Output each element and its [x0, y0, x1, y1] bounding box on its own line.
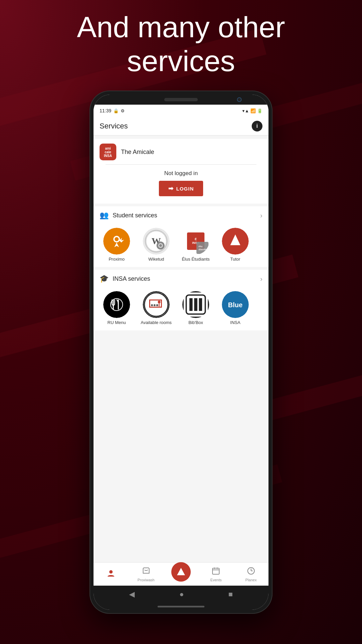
- amicale-logo: amicaleINSA: [100, 144, 116, 160]
- svg-point-2: [115, 237, 119, 241]
- nav-planex[interactable]: Planex: [234, 567, 268, 582]
- service-insa-blue[interactable]: Blue INSA: [216, 291, 255, 325]
- service-proximo[interactable]: Proximo: [97, 228, 136, 262]
- tutor-icon: [222, 228, 249, 255]
- planex-label: Planex: [245, 578, 257, 582]
- app-content: amicaleINSA The Amicale Not logged in ➡ …: [94, 136, 268, 562]
- amicale-header: amicaleINSA The Amicale: [100, 144, 262, 160]
- service-rooms[interactable]: Available rooms: [136, 291, 176, 325]
- events-icon: [212, 567, 220, 577]
- bibbox-label: Bib'Box: [188, 320, 203, 325]
- chevron-right-icon: ›: [260, 212, 262, 219]
- service-rumenu[interactable]: RU Menu: [97, 291, 136, 325]
- graduation-icon: 🎓: [100, 274, 109, 283]
- svg-rect-28: [213, 568, 219, 574]
- insa-header-left: 🎓 INSA services: [100, 274, 150, 283]
- svg-point-10: [107, 295, 126, 314]
- fab-button[interactable]: [171, 562, 191, 582]
- phone-home-bar: ◀ ● ■: [94, 586, 268, 603]
- status-time: 11:39: [100, 108, 111, 113]
- service-bibbox[interactable]: Bib'Box: [176, 291, 216, 325]
- phone-notch: [94, 95, 268, 105]
- phone-mockup: 11:39 🔒 ⚙ ▾▲ 📶 🔋 Services i a: [89, 91, 273, 614]
- elus-label: Élus Étudiants: [182, 257, 209, 262]
- status-bar: 11:39 🔒 ⚙ ▾▲ 📶 🔋: [94, 105, 268, 117]
- amicale-title: The Amicale: [121, 149, 154, 156]
- insa-blue-label: INSA: [230, 320, 240, 325]
- proxiwash-label: Proxiwash: [137, 578, 155, 582]
- students-icon: 👥: [100, 211, 109, 220]
- student-services-header[interactable]: 👥 Student services ›: [94, 206, 268, 224]
- wifi-icon: ▾▲: [242, 108, 249, 113]
- signal-icon: 📶: [250, 108, 256, 113]
- amicale-card: amicaleINSA The Amicale Not logged in ➡ …: [94, 139, 268, 204]
- svg-point-19: [154, 304, 156, 306]
- proxiwash-icon: [142, 567, 150, 577]
- recents-button[interactable]: ■: [228, 590, 233, 599]
- service-tutor[interactable]: Tutor: [216, 228, 255, 262]
- phone-speaker: [164, 98, 198, 101]
- rumenu-label: RU Menu: [108, 320, 126, 325]
- section-header-left: 👥 Student services: [100, 211, 157, 220]
- student-services-title: Student services: [113, 212, 157, 219]
- nav-fab-container: [164, 562, 198, 586]
- svg-rect-22: [189, 298, 192, 311]
- page-heading: And many other services: [0, 10, 362, 78]
- nav-events[interactable]: Events: [198, 567, 233, 582]
- app-bar: Services i: [94, 117, 268, 136]
- svg-point-18: [151, 304, 153, 306]
- student-services-row: Proximo W: [94, 224, 268, 267]
- insa-services-row: RU Menu: [94, 288, 268, 330]
- svg-point-14: [144, 293, 168, 316]
- insa-services-header[interactable]: 🎓 INSA services ›: [94, 270, 268, 288]
- login-icon: ➡: [168, 185, 174, 192]
- nav-proxiwash[interactable]: Proxiwash: [128, 567, 163, 582]
- insa-blue-icon: Blue: [222, 291, 249, 318]
- phone-bottom-indicator: [94, 603, 268, 610]
- wiketud-label: Wiketud: [148, 257, 164, 262]
- proximo-label: Proximo: [109, 257, 125, 262]
- svg-point-27: [109, 570, 113, 574]
- phone-camera: [237, 97, 242, 102]
- service-elus[interactable]: ÉINSA étudiants Élus Étudiants: [176, 228, 216, 262]
- svg-text:Blue: Blue: [228, 301, 242, 309]
- svg-point-20: [156, 304, 158, 306]
- battery-icon: 🔋: [257, 108, 262, 113]
- nav-account[interactable]: [94, 569, 128, 580]
- proximo-icon: [103, 228, 130, 255]
- bottom-navigation: Proxiwash Events: [94, 562, 268, 586]
- svg-rect-24: [199, 298, 202, 311]
- planex-icon: [247, 567, 255, 577]
- rooms-icon: [143, 291, 170, 318]
- account-icon: [107, 569, 115, 580]
- sim-icon: 🔒: [113, 108, 119, 113]
- rooms-label: Available rooms: [141, 320, 172, 325]
- insa-chevron-icon: ›: [260, 275, 262, 283]
- home-button[interactable]: ●: [179, 590, 184, 599]
- svg-rect-23: [194, 298, 197, 311]
- back-button[interactable]: ◀: [129, 590, 135, 599]
- login-status: Not logged in: [100, 170, 262, 177]
- events-label: Events: [210, 578, 222, 582]
- elus-icon: ÉINSA étudiants: [182, 228, 209, 255]
- app-title: Services: [100, 122, 128, 130]
- svg-point-8: [159, 244, 162, 247]
- info-button[interactable]: i: [252, 121, 262, 131]
- login-button[interactable]: ➡ LOGIN: [159, 181, 203, 196]
- tutor-label: Tutor: [230, 257, 240, 262]
- bottom-bar-line: [158, 606, 204, 607]
- bibbox-icon: [182, 291, 209, 318]
- insa-services-title: INSA services: [113, 275, 150, 282]
- service-wiketud[interactable]: W Wiketud: [136, 228, 176, 262]
- svg-point-16: [158, 301, 161, 303]
- rumenu-icon: [103, 291, 130, 318]
- privacy-icon: ⚙: [121, 108, 125, 113]
- wiketud-icon: W: [143, 228, 170, 255]
